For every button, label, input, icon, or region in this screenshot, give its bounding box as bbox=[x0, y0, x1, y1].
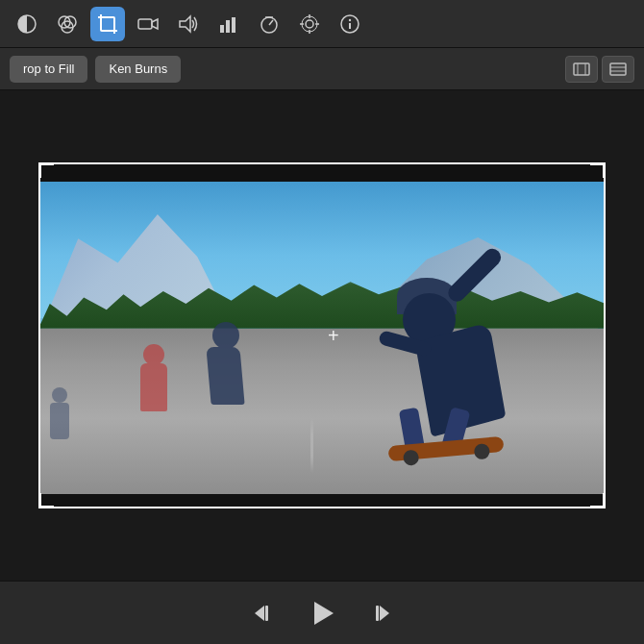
effect-icon[interactable] bbox=[292, 7, 327, 41]
skater-bg1-body bbox=[206, 347, 244, 405]
svg-rect-27 bbox=[574, 63, 589, 75]
skater-arm-right bbox=[445, 245, 505, 305]
svg-line-16 bbox=[269, 20, 273, 25]
speed-icon[interactable] bbox=[252, 7, 286, 41]
camera-stabilization-icon[interactable] bbox=[131, 7, 165, 41]
svg-marker-34 bbox=[380, 606, 389, 621]
svg-point-19 bbox=[302, 16, 317, 32]
skater-bg2-body bbox=[140, 363, 167, 411]
video-scene bbox=[38, 162, 606, 508]
skater-bg2-head bbox=[143, 344, 164, 365]
svg-rect-13 bbox=[226, 20, 230, 33]
skater-far bbox=[50, 387, 69, 439]
view-buttons bbox=[565, 56, 634, 83]
letterbox-bottom bbox=[38, 494, 606, 508]
skip-back-button[interactable] bbox=[247, 596, 282, 631]
color-icon[interactable] bbox=[50, 7, 85, 41]
svg-marker-31 bbox=[255, 606, 264, 621]
balance-icon[interactable] bbox=[10, 7, 44, 41]
fit-view-button[interactable] bbox=[565, 56, 598, 83]
skip-forward-button[interactable] bbox=[362, 596, 397, 631]
svg-rect-4 bbox=[101, 17, 114, 31]
skater-bg1-head bbox=[212, 322, 239, 349]
info-icon[interactable] bbox=[333, 7, 367, 41]
main-toolbar bbox=[0, 0, 644, 48]
crop-to-fill-button[interactable]: rop to Fill bbox=[10, 56, 87, 83]
svg-rect-32 bbox=[265, 606, 268, 621]
ken-burns-button[interactable]: Ken Burns bbox=[95, 56, 181, 83]
skater-far-head bbox=[52, 387, 67, 403]
volume-icon[interactable] bbox=[171, 7, 206, 41]
svg-rect-35 bbox=[376, 606, 379, 621]
road-line bbox=[310, 418, 313, 472]
svg-marker-33 bbox=[314, 602, 334, 625]
svg-rect-9 bbox=[138, 19, 152, 29]
skater-main bbox=[374, 226, 537, 457]
play-button[interactable] bbox=[301, 592, 343, 634]
video-area bbox=[0, 90, 644, 581]
skater-far-body bbox=[50, 403, 69, 439]
svg-point-26 bbox=[349, 18, 351, 20]
secondary-toolbar: rop to Fill Ken Burns bbox=[0, 48, 644, 90]
letterbox-top bbox=[38, 162, 606, 182]
crop-icon[interactable] bbox=[90, 7, 125, 41]
video-frame[interactable] bbox=[38, 162, 606, 508]
playback-controls bbox=[0, 581, 644, 644]
svg-rect-12 bbox=[220, 25, 224, 33]
skater-background-2 bbox=[140, 344, 167, 411]
skater-background-1 bbox=[209, 322, 242, 405]
chart-icon[interactable] bbox=[211, 7, 246, 41]
svg-marker-11 bbox=[180, 16, 190, 32]
svg-rect-30 bbox=[610, 63, 626, 75]
svg-marker-10 bbox=[152, 19, 158, 29]
fill-view-button[interactable] bbox=[602, 56, 634, 83]
svg-rect-14 bbox=[232, 17, 235, 33]
svg-point-18 bbox=[306, 20, 313, 28]
